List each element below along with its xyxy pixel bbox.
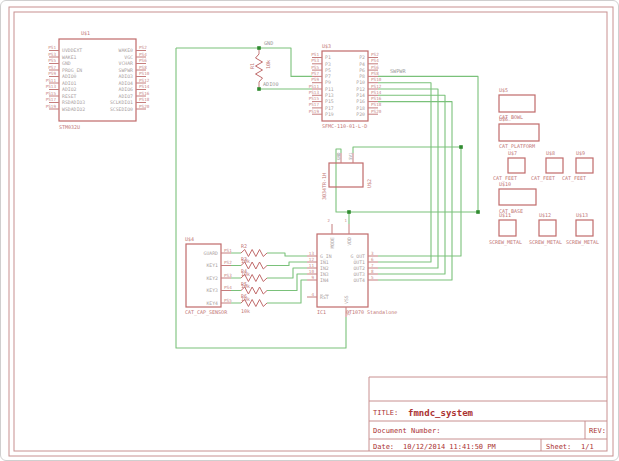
pin-name: VGC bbox=[124, 55, 133, 60]
pin-number: PS9 bbox=[311, 77, 319, 82]
ref-designator: U$8 bbox=[546, 150, 555, 156]
part-value: CAT_CAP_SENSOR bbox=[185, 309, 228, 316]
component-u1[interactable]: U$1STM032UPS1UVDDEXTPS3WAKE1PS5GNDPS7PRO… bbox=[46, 30, 150, 130]
pin-name: P2 bbox=[359, 55, 365, 60]
pin-name: P17 bbox=[325, 106, 334, 111]
pin-number: 1 bbox=[345, 218, 348, 223]
pin-name: PROG_EN bbox=[62, 68, 82, 74]
net-wire[interactable] bbox=[267, 280, 307, 303]
pin-name: RESET bbox=[62, 94, 77, 99]
ref-designator: R2 bbox=[241, 243, 247, 249]
component-u13[interactable]: U$13SCREW_METAL bbox=[566, 212, 599, 246]
net-wire[interactable] bbox=[267, 253, 307, 256]
pin-name: KEY3 bbox=[206, 288, 218, 293]
pin-number: 2 bbox=[328, 218, 331, 223]
component-body bbox=[499, 124, 539, 141]
ref-designator: U$9 bbox=[576, 150, 585, 156]
pin-number: PS14 bbox=[371, 90, 382, 95]
net-wire[interactable] bbox=[267, 268, 307, 278]
pin-number: PS19 bbox=[309, 109, 320, 114]
component-u11[interactable]: U$11SCREW_METAL bbox=[489, 212, 522, 246]
title-value: fmndc_system bbox=[408, 408, 474, 418]
pin-number: PS4 bbox=[224, 285, 232, 290]
title-block: TITLE: fmndc_system Document Number: REV… bbox=[369, 377, 607, 451]
ref-designator: R4 bbox=[241, 268, 247, 274]
pin-number: 7 bbox=[371, 263, 374, 268]
pin-name: KEY1 bbox=[206, 263, 218, 268]
sheet-label: Sheet: bbox=[546, 443, 571, 451]
component-u3[interactable]: U$3SFMC-110-01-L-DPS1P1PS3P3PS5P5PS7P7PS… bbox=[309, 43, 382, 129]
pin-name: UVDDEXT bbox=[62, 48, 82, 53]
component-u2[interactable]: U$23034TR-1HGND5V1 bbox=[321, 152, 372, 200]
resistor-body bbox=[256, 54, 263, 82]
pin-name: P16 bbox=[356, 99, 365, 104]
net-label-gnd: GND bbox=[264, 40, 273, 46]
pin-number: PS4 bbox=[371, 58, 379, 63]
net-wire[interactable] bbox=[267, 262, 307, 266]
net-wire[interactable] bbox=[336, 149, 478, 212]
pin-number: PS3 bbox=[311, 58, 319, 63]
document-number-label: Document Number: bbox=[373, 427, 440, 435]
junction-dot bbox=[257, 46, 261, 50]
pin-number: 4 bbox=[311, 292, 314, 297]
ref-designator: U$12 bbox=[539, 212, 551, 218]
component-body bbox=[576, 220, 593, 236]
pin-name: P5 bbox=[325, 68, 331, 73]
part-value: STM032U bbox=[59, 124, 80, 130]
ref-designator: U$13 bbox=[576, 212, 588, 218]
pin-name: P19 bbox=[325, 112, 334, 117]
ref-designator: U$6 bbox=[499, 116, 508, 122]
pin-name: P8 bbox=[359, 74, 365, 79]
component-r6[interactable]: R610k bbox=[241, 293, 267, 314]
pin-name: GND bbox=[62, 61, 71, 66]
net-wire[interactable] bbox=[176, 48, 312, 76]
net-label-adio0: ADIO0 bbox=[263, 81, 279, 87]
pin-number: PS11 bbox=[309, 84, 320, 89]
pin-number: PS9 bbox=[48, 71, 56, 76]
pin-name: RSDADIO3 bbox=[62, 100, 85, 105]
pin-name: VCHAR bbox=[119, 61, 134, 66]
part-value: 3034TR-1H bbox=[321, 173, 327, 200]
pin-name: ADIO1 bbox=[62, 81, 77, 86]
part-value: 10k bbox=[265, 60, 271, 69]
net-wire[interactable] bbox=[378, 76, 478, 212]
net-wire[interactable] bbox=[378, 102, 452, 280]
component-u6[interactable]: U$6CAT_PLATFORM bbox=[499, 116, 539, 150]
component-u10[interactable]: U$10CAT_BASE bbox=[499, 181, 536, 215]
pin-name: SCSEDIO0 bbox=[110, 107, 133, 112]
net-wire[interactable] bbox=[378, 95, 445, 274]
pin-number: PS16 bbox=[139, 91, 150, 96]
pin-name: IN4 bbox=[320, 278, 329, 283]
net-wire[interactable] bbox=[378, 83, 431, 262]
net-wire[interactable] bbox=[378, 147, 461, 256]
component-u7[interactable]: U$7CAT_FEET bbox=[493, 150, 525, 182]
pin-name: GUARD bbox=[204, 251, 219, 256]
date-value: 10/12/2014 11:41:50 PM bbox=[403, 443, 496, 451]
resistor-body bbox=[241, 300, 267, 307]
component-u9[interactable]: U$9CAT_FEET bbox=[562, 150, 593, 182]
ref-designator: U$3 bbox=[322, 43, 331, 49]
pin-number: PS6 bbox=[139, 58, 147, 63]
ref-designator: R5 bbox=[241, 281, 247, 287]
pin-number: PS5 bbox=[48, 58, 56, 63]
pin-name: MODE bbox=[330, 237, 335, 249]
ref-designator: U$2 bbox=[366, 179, 372, 188]
component-r1[interactable]: R110k bbox=[249, 54, 271, 82]
net-wire[interactable] bbox=[378, 89, 438, 268]
component-u8[interactable]: U$8CAT_FEET bbox=[531, 150, 563, 182]
pin-number: PS19 bbox=[46, 104, 57, 109]
junction-dot bbox=[347, 210, 351, 214]
junction-dot bbox=[459, 145, 463, 149]
component-u12[interactable]: U$12SCREW_METAL bbox=[529, 212, 562, 246]
pin-number: PS2 bbox=[224, 260, 232, 265]
net-label-swpwr: SWPWR bbox=[390, 68, 406, 74]
component-body bbox=[329, 163, 363, 187]
pin-number: 10 bbox=[309, 269, 315, 274]
pin-number: PS3 bbox=[224, 273, 232, 278]
pin-number: PS6 bbox=[371, 65, 379, 70]
pin-number: PS8 bbox=[371, 71, 379, 76]
pin-name: P9 bbox=[325, 80, 331, 85]
component-u4[interactable]: U$4CAT_CAP_SENSORPS1GUARDPS2KEY1PS3KEY2P… bbox=[185, 236, 232, 316]
component-body bbox=[499, 95, 535, 112]
pin-name: P14 bbox=[356, 93, 365, 98]
